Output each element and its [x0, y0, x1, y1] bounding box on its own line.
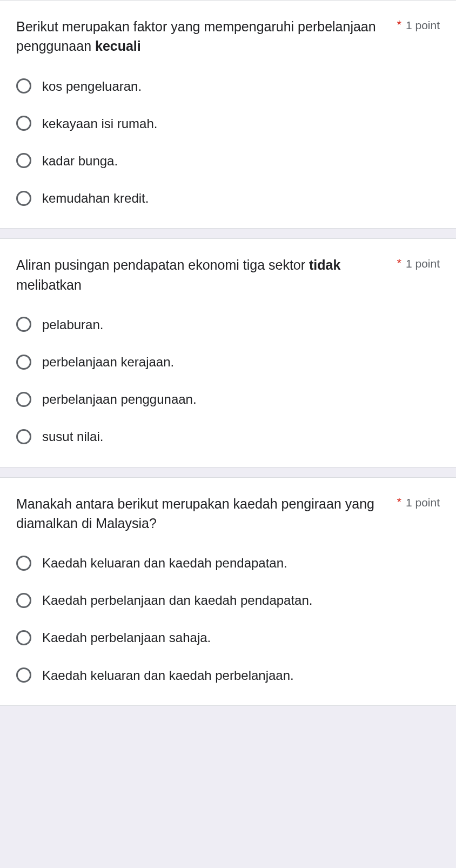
option-label: Kaedah perbelanjaan dan kaedah pendapata…	[42, 592, 312, 609]
options-group: kos pengeluaran. kekayaan isi rumah. kad…	[16, 78, 440, 207]
points-label: 1 point	[406, 257, 440, 270]
options-group: pelaburan. perbelanjaan kerajaan. perbel…	[16, 316, 440, 445]
points-wrap: * 1 point	[397, 255, 440, 270]
question-header: Berikut merupakan faktor yang mempengaru…	[16, 17, 440, 56]
option-label: pelaburan.	[42, 316, 103, 333]
radio-option[interactable]: perbelanjaan penggunaan.	[16, 391, 440, 408]
radio-icon	[16, 78, 31, 94]
radio-option[interactable]: kemudahan kredit.	[16, 190, 440, 206]
option-label: kadar bunga.	[42, 152, 118, 169]
options-group: Kaedah keluaran dan kaedah pendapatan. K…	[16, 555, 440, 684]
radio-option[interactable]: perbelanjaan kerajaan.	[16, 353, 440, 370]
radio-icon	[16, 630, 31, 645]
option-label: kekayaan isi rumah.	[42, 115, 157, 132]
question-header: Manakah antara berikut merupakan kaedah …	[16, 494, 440, 533]
points-label: 1 point	[406, 496, 440, 509]
question-text-pre: Berikut merupakan faktor yang mempengaru…	[16, 19, 376, 54]
radio-option[interactable]: Kaedah perbelanjaan dan kaedah pendapata…	[16, 592, 440, 609]
radio-icon	[16, 153, 31, 168]
required-asterisk-icon: *	[397, 19, 401, 31]
radio-option[interactable]: Kaedah perbelanjaan sahaja.	[16, 629, 440, 646]
radio-icon	[16, 556, 31, 571]
question-header: Aliran pusingan pendapatan ekonomi tiga …	[16, 255, 440, 295]
question-text-pre: Aliran pusingan pendapatan ekonomi tiga …	[16, 257, 309, 272]
required-asterisk-icon: *	[397, 257, 401, 269]
points-wrap: * 1 point	[397, 494, 440, 509]
points-wrap: * 1 point	[397, 17, 440, 32]
radio-icon	[16, 429, 31, 444]
required-asterisk-icon: *	[397, 496, 401, 508]
option-label: susut nilai.	[42, 428, 103, 445]
radio-option[interactable]: susut nilai.	[16, 428, 440, 445]
radio-icon	[16, 355, 31, 370]
question-text: Manakah antara berikut merupakan kaedah …	[16, 494, 397, 533]
option-label: Kaedah keluaran dan kaedah pendapatan.	[42, 555, 287, 571]
points-label: 1 point	[406, 19, 440, 32]
question-card: Berikut merupakan faktor yang mempengaru…	[0, 0, 456, 229]
radio-option[interactable]: pelaburan.	[16, 316, 440, 333]
option-label: Kaedah keluaran dan kaedah perbelanjaan.	[42, 667, 294, 684]
question-text-post: melibatkan	[16, 277, 82, 292]
radio-option[interactable]: kekayaan isi rumah.	[16, 115, 440, 132]
option-label: kemudahan kredit.	[42, 190, 149, 206]
question-text: Aliran pusingan pendapatan ekonomi tiga …	[16, 255, 397, 295]
radio-option[interactable]: Kaedah keluaran dan kaedah pendapatan.	[16, 555, 440, 571]
radio-icon	[16, 191, 31, 206]
question-card: Manakah antara berikut merupakan kaedah …	[0, 477, 456, 706]
radio-icon	[16, 667, 31, 683]
radio-option[interactable]: kos pengeluaran.	[16, 78, 440, 95]
radio-icon	[16, 317, 31, 332]
question-card: Aliran pusingan pendapatan ekonomi tiga …	[0, 238, 456, 467]
option-label: perbelanjaan kerajaan.	[42, 353, 174, 370]
question-text-bold: tidak	[309, 257, 340, 272]
question-text: Berikut merupakan faktor yang mempengaru…	[16, 17, 397, 56]
radio-icon	[16, 593, 31, 608]
radio-icon	[16, 392, 31, 407]
radio-icon	[16, 116, 31, 131]
question-text-bold: kecuali	[95, 38, 141, 54]
question-text-pre: Manakah antara berikut merupakan kaedah …	[16, 496, 374, 531]
option-label: kos pengeluaran.	[42, 78, 142, 95]
option-label: Kaedah perbelanjaan sahaja.	[42, 629, 211, 646]
radio-option[interactable]: Kaedah keluaran dan kaedah perbelanjaan.	[16, 667, 440, 684]
option-label: perbelanjaan penggunaan.	[42, 391, 197, 408]
radio-option[interactable]: kadar bunga.	[16, 152, 440, 169]
